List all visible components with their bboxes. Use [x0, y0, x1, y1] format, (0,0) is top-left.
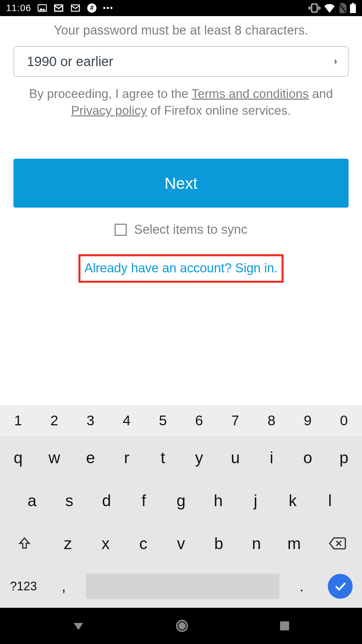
- key-r[interactable]: r: [109, 436, 145, 479]
- key-1[interactable]: 1: [0, 405, 36, 436]
- key-4[interactable]: 4: [109, 405, 145, 436]
- key-y[interactable]: y: [181, 436, 217, 479]
- backspace-key[interactable]: [313, 522, 362, 565]
- symbols-key[interactable]: ?123: [0, 579, 47, 593]
- sync-label: Select items to sync: [134, 222, 247, 237]
- key-u[interactable]: u: [217, 436, 253, 479]
- back-button[interactable]: [71, 619, 85, 633]
- key-l[interactable]: l: [311, 479, 349, 522]
- more-icon: •••: [103, 3, 113, 13]
- terms-suffix: of Firefox online services.: [147, 104, 291, 117]
- space-key[interactable]: [86, 574, 280, 599]
- debug-icon: #: [87, 3, 97, 13]
- key-w[interactable]: w: [36, 436, 72, 479]
- svg-rect-5: [312, 4, 317, 12]
- password-hint: Your password must be at least 8 charact…: [0, 16, 362, 46]
- shift-key[interactable]: [0, 522, 49, 565]
- image-icon: [37, 3, 47, 13]
- mail-outline-icon: [53, 3, 64, 13]
- sync-row: Select items to sync: [0, 222, 362, 237]
- mail-icon: [70, 3, 81, 13]
- signup-form: Your password must be at least 8 charact…: [0, 16, 362, 608]
- navigation-bar: [0, 608, 362, 644]
- battery-icon: [350, 3, 356, 13]
- keyboard-row-4: ?123 , .: [0, 565, 362, 608]
- keyboard-row-2: a s d f g h j k l: [0, 479, 362, 522]
- terms-text: By proceeding, I agree to the Terms and …: [0, 84, 362, 126]
- recent-apps-button[interactable]: [279, 620, 291, 632]
- key-9[interactable]: 9: [290, 405, 326, 436]
- key-q[interactable]: q: [0, 436, 36, 479]
- dropdown-selected-value: 1990 or earlier: [27, 54, 113, 69]
- vibrate-icon: [308, 3, 320, 13]
- wifi-icon: [324, 3, 335, 13]
- key-k[interactable]: k: [274, 479, 311, 522]
- terms-prefix: By proceeding, I agree to the: [29, 87, 192, 101]
- key-n[interactable]: n: [238, 522, 276, 565]
- key-e[interactable]: e: [72, 436, 109, 479]
- key-5[interactable]: 5: [145, 405, 181, 436]
- soft-keyboard: 1 2 3 4 5 6 7 8 9 0 q w e r t y u i o p …: [0, 405, 362, 608]
- key-i[interactable]: i: [253, 436, 290, 479]
- key-s[interactable]: s: [51, 479, 88, 522]
- key-0[interactable]: 0: [326, 405, 362, 436]
- terms-link[interactable]: Terms and conditions: [192, 87, 309, 101]
- chevron-updown-icon: ▲▼: [333, 59, 338, 64]
- key-f[interactable]: f: [125, 479, 162, 522]
- next-button[interactable]: Next: [13, 159, 349, 208]
- svg-text:#: #: [90, 4, 94, 11]
- key-p[interactable]: p: [326, 436, 362, 479]
- svg-point-16: [179, 623, 185, 629]
- period-key[interactable]: .: [285, 578, 318, 595]
- enter-key[interactable]: [318, 574, 362, 599]
- keyboard-row-1: q w e r t y u i o p: [0, 436, 362, 479]
- key-3[interactable]: 3: [72, 405, 109, 436]
- keyboard-number-row: 1 2 3 4 5 6 7 8 9 0: [0, 405, 362, 436]
- status-bar: 11:06 # •••: [0, 0, 362, 16]
- key-v[interactable]: v: [162, 522, 200, 565]
- key-j[interactable]: j: [237, 479, 274, 522]
- sync-checkbox[interactable]: [115, 224, 127, 236]
- keyboard-row-3: z x c v b n m: [0, 522, 362, 565]
- home-button[interactable]: [175, 619, 189, 633]
- key-m[interactable]: m: [275, 522, 313, 565]
- key-7[interactable]: 7: [217, 405, 253, 436]
- key-g[interactable]: g: [162, 479, 199, 522]
- privacy-link[interactable]: Privacy policy: [71, 104, 147, 117]
- terms-and: and: [309, 87, 333, 101]
- key-8[interactable]: 8: [253, 405, 290, 436]
- comma-key[interactable]: ,: [47, 578, 80, 595]
- status-right: [308, 3, 356, 13]
- key-o[interactable]: o: [290, 436, 326, 479]
- status-time: 11:06: [6, 3, 31, 13]
- signin-link-highlight: Already have an account? Sign in.: [78, 254, 284, 283]
- key-6[interactable]: 6: [181, 405, 217, 436]
- check-icon: [328, 574, 353, 599]
- svg-rect-11: [352, 3, 354, 4]
- status-left: 11:06 # •••: [6, 3, 113, 13]
- svg-rect-17: [280, 622, 289, 631]
- signin-link[interactable]: Already have an account? Sign in.: [84, 261, 278, 275]
- key-t[interactable]: t: [145, 436, 181, 479]
- key-c[interactable]: c: [124, 522, 162, 565]
- key-h[interactable]: h: [200, 479, 237, 522]
- key-x[interactable]: x: [87, 522, 125, 565]
- key-d[interactable]: d: [88, 479, 125, 522]
- key-2[interactable]: 2: [36, 405, 72, 436]
- key-b[interactable]: b: [200, 522, 238, 565]
- key-a[interactable]: a: [13, 479, 51, 522]
- key-z[interactable]: z: [49, 522, 87, 565]
- no-sim-icon: [339, 3, 347, 13]
- birth-year-dropdown[interactable]: 1990 or earlier ▲▼: [13, 46, 349, 77]
- svg-rect-12: [350, 4, 356, 13]
